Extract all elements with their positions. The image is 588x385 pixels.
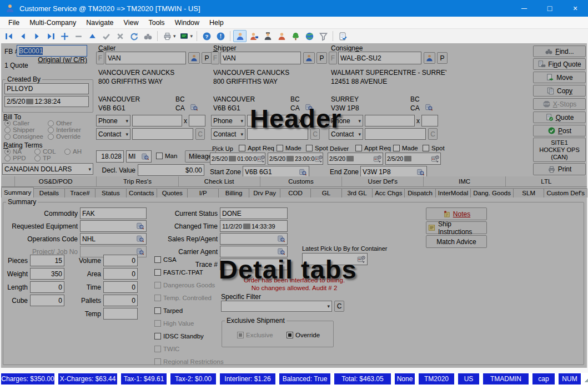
deliver-appt-req-checkbox[interactable]: Appt Req: [355, 145, 391, 151]
menu-view[interactable]: View: [119, 18, 144, 28]
post-button[interactable]: Post: [533, 125, 586, 136]
caller-c-button[interactable]: C: [195, 128, 205, 140]
shipper-contact-input[interactable]: [247, 128, 308, 140]
consignee-client-button[interactable]: [424, 52, 435, 64]
caller-phone-input[interactable]: [132, 115, 182, 126]
end-zone-lookup-icon[interactable]: [416, 168, 425, 176]
caller-f-button[interactable]: F: [96, 52, 104, 64]
tab-3rd-gl[interactable]: 3rd GL: [341, 188, 373, 197]
personnel-icon[interactable]: [275, 30, 288, 42]
operations-code-field[interactable]: NHL: [80, 233, 147, 245]
operations-code-lookup-icon[interactable]: [136, 235, 144, 243]
changed-time-field[interactable]: 11/2/2014:33:39: [220, 220, 288, 232]
deliver-made-checkbox[interactable]: Made: [393, 145, 418, 151]
consignee-contact-input[interactable]: [365, 128, 426, 140]
close-button[interactable]: ×: [562, 0, 588, 17]
pickup-to-calendar-icon[interactable]: [314, 155, 323, 163]
shipper-c-button[interactable]: C: [310, 128, 320, 140]
twic-checkbox[interactable]: TWIC: [154, 346, 179, 352]
last-record-icon[interactable]: [44, 30, 57, 42]
caller-contact-select[interactable]: Contact▾: [96, 128, 130, 140]
tab-summary[interactable]: Summary: [1, 187, 34, 197]
tab-quotes[interactable]: Quotes: [157, 188, 188, 197]
report-icon[interactable]: [336, 30, 349, 42]
fb-input[interactable]: BC0001: [17, 45, 87, 57]
previous-record-icon[interactable]: [16, 30, 29, 42]
customer-service-icon[interactable]: [233, 30, 247, 42]
first-record-icon[interactable]: [2, 30, 16, 42]
high-value-checkbox[interactable]: High Value: [154, 320, 194, 327]
tab-ip[interactable]: I/P: [187, 188, 218, 197]
pickup-made-checkbox[interactable]: Made: [277, 145, 301, 151]
post-edit-icon[interactable]: [99, 30, 113, 42]
find-quote-button[interactable]: Find Quote: [533, 58, 586, 70]
manual-distance-checkbox[interactable]: Man: [156, 153, 177, 159]
time-field[interactable]: [103, 281, 138, 293]
delete-record-icon[interactable]: [72, 30, 85, 42]
tab-customs[interactable]: Customs: [260, 176, 341, 186]
distance-unit-field[interactable]: MI: [126, 150, 152, 163]
consignee-c-button[interactable]: C: [428, 128, 438, 140]
shipper-p-button[interactable]: P: [316, 52, 327, 64]
consignee-f-button[interactable]: F: [329, 52, 337, 64]
tab-slm[interactable]: SLM: [513, 188, 544, 197]
volume-field[interactable]: [103, 255, 138, 266]
edit-record-icon[interactable]: [86, 30, 99, 42]
pickup-to-datetime-field[interactable]: 2/5/2023:00:0: [268, 153, 323, 165]
temp-field[interactable]: [103, 308, 138, 320]
rating-col-radio[interactable]: COL: [34, 148, 56, 155]
menu-window[interactable]: Window: [170, 18, 204, 28]
shipper-address-lookup-icon[interactable]: [305, 103, 313, 112]
specific-filter-c-button[interactable]: C: [334, 301, 344, 312]
copy-button[interactable]: Copy: [533, 85, 586, 97]
deliver-to-calendar-icon[interactable]: [431, 155, 439, 163]
tab-drv-pay[interactable]: Drv Pay: [249, 188, 280, 197]
deliver-from-calendar-icon[interactable]: [373, 155, 381, 163]
consignee-address-lookup-icon[interactable]: [425, 103, 433, 112]
filter-icon[interactable]: [316, 30, 330, 42]
rating-tp-radio[interactable]: TP: [34, 155, 51, 161]
tab-custom-defs[interactable]: Custom Def's: [544, 188, 587, 197]
print-dropdown-icon[interactable]: ▾: [173, 33, 176, 39]
print-icon[interactable]: [160, 30, 174, 42]
insert-record-icon[interactable]: [58, 30, 71, 42]
tab-user-defs[interactable]: User Def's: [341, 176, 423, 186]
carrier-agent-field[interactable]: [220, 246, 288, 257]
caller-ext-input[interactable]: [189, 115, 205, 126]
currency-select[interactable]: CANADIAN DOLLARS▾: [2, 163, 93, 175]
terminal-dropdown-icon[interactable]: ▾: [190, 33, 193, 39]
pickup-appt-req-checkbox[interactable]: Appt Req: [239, 145, 274, 151]
tarped-checkbox[interactable]: Tarped: [154, 307, 183, 314]
tab-imc[interactable]: IMC: [423, 176, 505, 186]
regional-restrictions-checkbox[interactable]: Regional Restrictions: [154, 358, 224, 365]
shipper-phone-input[interactable]: [247, 115, 297, 126]
menu-navigate[interactable]: Navigate: [81, 18, 118, 28]
tab-acc-chgs[interactable]: Acc Chgs: [372, 188, 405, 197]
consignee-phone-input[interactable]: [365, 115, 415, 126]
caller-client-button[interactable]: [188, 52, 200, 64]
specific-filter-select[interactable]: ▾: [221, 301, 332, 312]
dispatch-person-icon[interactable]: [247, 30, 260, 42]
exclusive-checkbox[interactable]: Exclusive: [237, 332, 273, 338]
requested-equipment-lookup-icon[interactable]: [136, 222, 144, 230]
commodity-field[interactable]: [80, 207, 147, 219]
search-binoculars-icon[interactable]: [141, 30, 154, 42]
caller-address-lookup-icon[interactable]: [190, 103, 198, 112]
bill-to-shipper-radio[interactable]: Shipper: [4, 126, 35, 133]
requested-equipment-field[interactable]: [80, 220, 147, 232]
shipper-contact-select[interactable]: Contact▾: [211, 128, 245, 140]
shipper-code-input[interactable]: [220, 52, 301, 64]
match-advice-button[interactable]: Match Advice: [426, 235, 487, 248]
dangerous-goods-checkbox[interactable]: Dangerous Goods: [154, 282, 215, 288]
distance-unit-lookup-icon[interactable]: [141, 153, 149, 161]
temp-controlled-checkbox[interactable]: Temp. Controlled: [154, 295, 212, 301]
refresh-icon[interactable]: [127, 30, 140, 42]
current-status-field[interactable]: [220, 207, 288, 219]
maximize-button[interactable]: □: [537, 0, 562, 17]
shipper-ext-input[interactable]: [304, 115, 320, 126]
start-zone-lookup-icon[interactable]: [299, 168, 307, 176]
ship-instructions-button[interactable]: Ship Instructions: [426, 221, 487, 234]
resize-grip[interactable]: [585, 376, 588, 382]
rating-ah-radio[interactable]: AH: [64, 148, 82, 155]
tab-gl[interactable]: GL: [310, 188, 341, 197]
